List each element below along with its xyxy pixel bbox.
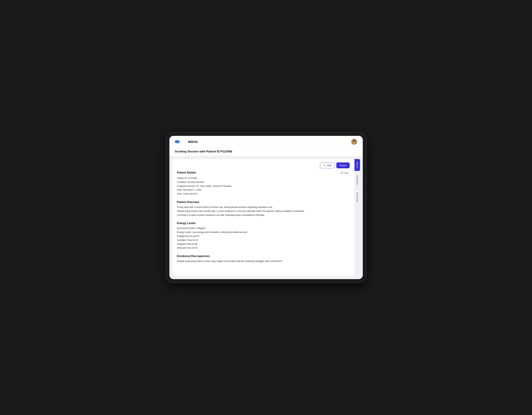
patient-date: Date: December 1, 2024 [177,188,350,192]
section-emotional-discrepancies-content: Despite expressing intent to stop using,… [177,259,350,263]
overview-line-3: Currently in a state of active substance… [177,213,350,217]
sidebar-tab-report[interactable]: Report [354,159,360,171]
section-patient-overview-header: Patient Overview [177,201,350,204]
tablet-screen: mirro 👩 Scribing Session with Patient ID… [169,136,363,279]
fatigued-tone: Fatigued Tone:43.99 [177,242,350,246]
section-patient-details: Patient Details ⧉ Copy Patient ID: P1234… [177,171,350,196]
export-button[interactable]: Export [336,162,350,168]
patient-time: Time: 10:00 AM EST [177,192,350,196]
logo-circle-right [177,140,180,143]
sidebar-tab-deep-dive[interactable]: Deep dive [354,172,360,188]
section-energy-levels: Energy Levels Dominant Emotion: Fatigued… [177,222,350,250]
edit-button[interactable]: ✏️ Edit [320,162,335,168]
page-title-bar: Scribing Session with Patient ID P123456 [169,148,363,156]
tab-deep-dive-label: Deep dive [356,175,359,185]
patient-clinician: Assigned Clinician: Dr. John Smith, Lice… [177,184,350,188]
logo-area: mirro [175,140,198,144]
avatar-emoji: 👩 [352,140,356,144]
overview-line-1: Young adult with a recent history of her… [177,205,350,209]
content-card: ✏️ Edit Export Patient Details ⧉ Copy [172,159,354,276]
section-emotional-discrepancies-header: Emotional Discrepancies [177,255,350,258]
overview-line-2: Started using heroin a few months ago; n… [177,209,350,213]
main-area: ✏️ Edit Export Patient Details ⧉ Copy [169,156,363,279]
energy-levels-detail: Energy Levels :Low energy and motivation… [177,230,350,234]
copy-icon: ⧉ [341,171,342,174]
header: mirro 👩 [169,136,363,148]
page-title: Scribing Session with Patient ID P123456 [175,150,232,153]
edit-icon: ✏️ [323,164,326,167]
right-sidebar: Report Deep dive Transcript [354,159,360,276]
sidebar-tab-transcript[interactable]: Transcript [354,189,360,205]
engagement-score: Engagement Score:52 [177,235,350,238]
copy-button-patient-details[interactable]: ⧉ Copy [340,171,350,175]
section-patient-overview: Patient Overview Young adult with a rece… [177,201,350,217]
section-energy-levels-content: Dominant Emotion: Fatigued Energy Levels… [177,226,350,250]
section-patient-details-content: Patient ID: P123456 Condition: Anxiety D… [177,176,350,196]
confident-tone: Confident Tone:22.47 [177,238,350,242]
logo-text: mirro [188,140,198,144]
patient-condition: Condition: Anxiety Disorder [177,180,350,184]
dominant-emotion: Dominant Emotion: Fatigued [177,226,350,230]
section-energy-levels-title: Energy Levels [177,222,196,225]
section-energy-levels-header: Energy Levels [177,222,350,225]
section-emotional-discrepancies: Emotional Discrepancies Despite expressi… [177,255,350,263]
card-toolbar: ✏️ Edit Export [177,162,350,168]
tab-report-label: Report [356,162,359,168]
section-patient-overview-content: Young adult with a recent history of her… [177,205,350,217]
emotional-discrepancies-line-1: Despite expressing intent to stop using,… [177,259,350,263]
section-emotional-discrepancies-title: Emotional Discrepancies [177,255,210,258]
patient-id: Patient ID: P123456 [177,176,350,180]
edit-label: Edit [327,164,331,167]
tablet-frame: mirro 👩 Scribing Session with Patient ID… [166,132,366,283]
logo-icon [175,140,180,143]
section-patient-overview-title: Patient Overview [177,201,199,204]
tab-transcript-label: Transcript [356,192,359,202]
section-patient-details-title: Patient Details [177,171,196,174]
copy-label: Copy [343,172,348,174]
section-patient-details-header: Patient Details ⧉ Copy [177,171,350,175]
stressed-tone: Stressed Tone:33.54 [177,246,350,250]
export-label: Export [340,164,346,167]
avatar[interactable]: 👩 [351,139,357,145]
